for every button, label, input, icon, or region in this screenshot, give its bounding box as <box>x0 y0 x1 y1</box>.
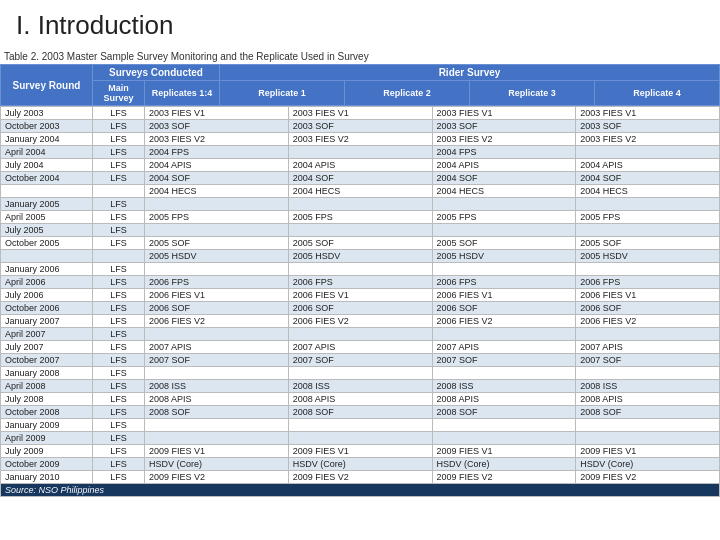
table-cell <box>576 419 720 432</box>
table-cell: 2003 FIES V1 <box>576 107 720 120</box>
table-cell: LFS <box>93 380 145 393</box>
table-cell: LFS <box>93 289 145 302</box>
table-cell: 2005 SOF <box>432 237 576 250</box>
replicate1-header: Replicate 1 <box>220 81 345 106</box>
table-cell: LFS <box>93 133 145 146</box>
table-cell <box>576 224 720 237</box>
table-cell: April 2004 <box>1 146 93 159</box>
table-cell <box>576 263 720 276</box>
table-cell: 2004 HECS <box>576 185 720 198</box>
table-cell: LFS <box>93 458 145 471</box>
table-cell: LFS <box>93 172 145 185</box>
table-cell <box>432 224 576 237</box>
table-cell: HSDV (Core) <box>576 458 720 471</box>
table-cell: 2007 SOF <box>145 354 289 367</box>
table-title: Table 2. 2003 Master Sample Survey Monit… <box>0 49 720 64</box>
table-cell: LFS <box>93 315 145 328</box>
table-cell: 2009 FIES V1 <box>432 445 576 458</box>
table-cell: 2008 APIS <box>145 393 289 406</box>
table-cell: 2008 APIS <box>576 393 720 406</box>
table-cell: October 2003 <box>1 120 93 133</box>
table-cell <box>93 250 145 263</box>
table-cell: 2008 ISS <box>145 380 289 393</box>
table-cell: LFS <box>93 107 145 120</box>
table-cell: April 2008 <box>1 380 93 393</box>
table-cell <box>288 263 432 276</box>
table-cell: 2003 FIES V1 <box>432 107 576 120</box>
table-cell: LFS <box>93 445 145 458</box>
table-cell: 2005 HSDV <box>432 250 576 263</box>
table-cell <box>145 432 289 445</box>
table-cell: 2006 FPS <box>576 276 720 289</box>
table-cell: January 2008 <box>1 367 93 380</box>
table-cell: 2004 SOF <box>576 172 720 185</box>
table-cell: January 2006 <box>1 263 93 276</box>
survey-round-header: Survey Round <box>1 65 93 106</box>
table-cell: LFS <box>93 120 145 133</box>
table-cell: 2004 SOF <box>145 172 289 185</box>
table-cell: LFS <box>93 211 145 224</box>
table-cell <box>145 224 289 237</box>
table-cell: July 2005 <box>1 224 93 237</box>
table-cell <box>576 432 720 445</box>
table-cell <box>93 185 145 198</box>
table-cell: January 2009 <box>1 419 93 432</box>
table-cell: 2007 SOF <box>288 354 432 367</box>
table-cell: 2007 SOF <box>432 354 576 367</box>
table-cell <box>432 328 576 341</box>
table-cell: 2004 SOF <box>432 172 576 185</box>
table-cell <box>145 419 289 432</box>
table-cell <box>432 263 576 276</box>
table-cell <box>432 419 576 432</box>
table-cell: 2006 FPS <box>145 276 289 289</box>
table-cell: 2004 HECS <box>145 185 289 198</box>
table-cell: LFS <box>93 302 145 315</box>
table-cell: 2004 HECS <box>288 185 432 198</box>
table-cell: 2006 FPS <box>432 276 576 289</box>
rider-survey-header: Rider Survey <box>220 65 720 81</box>
table-cell: 2004 APIS <box>145 159 289 172</box>
replicates-subheader: Replicates 1:4 <box>145 81 220 106</box>
table-cell: 2006 FIES V2 <box>576 315 720 328</box>
table-cell: 2003 SOF <box>576 120 720 133</box>
table-cell: HSDV (Core) <box>145 458 289 471</box>
table-cell: 2004 HECS <box>432 185 576 198</box>
table-cell: 2003 SOF <box>145 120 289 133</box>
table-cell: October 2005 <box>1 237 93 250</box>
table-cell <box>288 224 432 237</box>
table-cell: 2006 SOF <box>288 302 432 315</box>
table-cell <box>145 367 289 380</box>
table-cell: 2004 FPS <box>145 146 289 159</box>
table-cell: 2004 APIS <box>432 159 576 172</box>
table-cell: October 2007 <box>1 354 93 367</box>
table-cell: LFS <box>93 159 145 172</box>
table-cell: April 2006 <box>1 276 93 289</box>
surveys-conducted-header: Surveys Conducted <box>93 65 220 81</box>
table-cell: LFS <box>93 367 145 380</box>
table-cell <box>288 146 432 159</box>
table-cell: HSDV (Core) <box>432 458 576 471</box>
table-cell: 2003 FIES V1 <box>288 107 432 120</box>
table-cell <box>288 419 432 432</box>
table-cell: July 2008 <box>1 393 93 406</box>
table-cell: LFS <box>93 419 145 432</box>
table-cell: April 2007 <box>1 328 93 341</box>
table-cell: 2009 FIES V2 <box>145 471 289 484</box>
table-cell: 2003 SOF <box>288 120 432 133</box>
table-cell: 2003 FIES V1 <box>145 107 289 120</box>
table-cell <box>145 328 289 341</box>
table-cell: January 2005 <box>1 198 93 211</box>
table-cell: 2006 FPS <box>288 276 432 289</box>
table-cell: 2005 FPS <box>432 211 576 224</box>
table-cell: 2009 FIES V2 <box>576 471 720 484</box>
table-cell: 2005 FPS <box>576 211 720 224</box>
table-cell <box>576 198 720 211</box>
table-cell: July 2007 <box>1 341 93 354</box>
table-cell <box>1 185 93 198</box>
replicate2-header: Replicate 2 <box>345 81 470 106</box>
table-cell <box>576 146 720 159</box>
table-cell <box>145 263 289 276</box>
replicate3-header: Replicate 3 <box>470 81 595 106</box>
table-cell: 2005 SOF <box>288 237 432 250</box>
table-cell: 2008 ISS <box>576 380 720 393</box>
